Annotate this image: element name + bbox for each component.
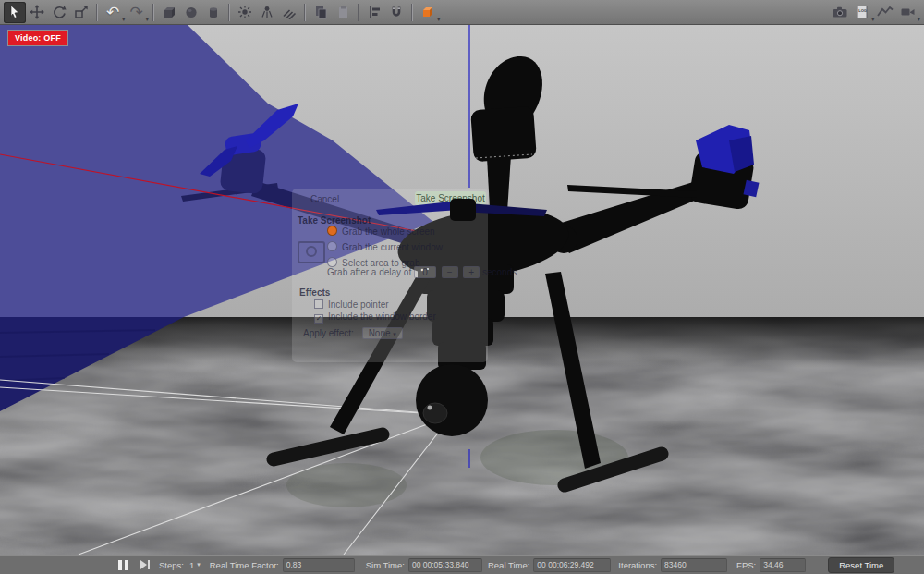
- align-button[interactable]: [363, 2, 385, 23]
- log-file-text: LOG: [858, 8, 867, 13]
- delay-minus-button[interactable]: −: [442, 266, 458, 278]
- apply-effect-row: Apply effect: None ▾: [303, 327, 403, 339]
- take-screenshot-button[interactable]: Take Screenshot: [415, 191, 486, 205]
- fps-label: FPS:: [736, 560, 756, 570]
- top-motor-pod: [470, 106, 537, 163]
- delay-label: Grab after a delay of: [327, 267, 411, 277]
- snap-button[interactable]: [385, 2, 407, 23]
- copy-button[interactable]: [310, 2, 332, 23]
- radio-label: Grab the current window: [342, 242, 443, 252]
- delay-row: Grab after a delay of 0 − + seconds: [327, 266, 517, 278]
- undo-icon: ↶: [106, 5, 119, 20]
- steps-value[interactable]: 1: [189, 560, 194, 570]
- simulation-statusbar: Steps: 1 ▾ Real Time Factor: 0.83 Sim Ti…: [0, 555, 924, 574]
- step-icon-bar: [148, 560, 150, 569]
- sphere-icon: [184, 5, 199, 19]
- main-toolbar: ↶ ▾ ↷ ▾: [0, 0, 924, 25]
- sim-time-label: Sim Time:: [366, 560, 405, 570]
- cube-icon: [162, 5, 176, 19]
- move-arrows-icon: [30, 5, 44, 19]
- fps-value: 34.46: [760, 558, 806, 572]
- sim-time-value: 00 00:05:33.840: [408, 558, 482, 572]
- apply-effect-dropdown[interactable]: None ▾: [362, 327, 403, 339]
- translate-tool-button[interactable]: [26, 2, 48, 23]
- insert-cylinder-button[interactable]: [202, 2, 225, 23]
- dialog-section-title: Take Screenshot: [298, 215, 371, 226]
- video-status-badge: Video: OFF: [7, 30, 68, 46]
- iterations-value: 83460: [661, 558, 727, 572]
- rtf-label: Real Time Factor:: [210, 560, 279, 570]
- redo-button[interactable]: ↷: [126, 2, 148, 23]
- toolbar-separator: [411, 4, 413, 21]
- view-angle-button[interactable]: [417, 2, 439, 23]
- video-camera-icon: [900, 5, 916, 19]
- toolbar-separator: [304, 4, 306, 21]
- dropdown-caret-icon: ▾: [393, 331, 396, 337]
- copy-icon: [313, 5, 328, 19]
- reset-time-button[interactable]: Reset Time: [828, 557, 894, 573]
- apply-effect-label: Apply effect:: [303, 328, 354, 338]
- checkbox-label: Include pointer: [328, 299, 389, 310]
- dialog-camera-icon: [298, 241, 325, 263]
- spot-light-button[interactable]: [256, 2, 278, 23]
- ghost-screenshot-dialog: Cancel Take Screenshot Take Screenshot G…: [292, 189, 488, 362]
- radio-selected-icon: [327, 226, 337, 236]
- real-time-value: 00 00:06:29.492: [533, 558, 611, 572]
- undo-caret-icon[interactable]: ▾: [122, 15, 126, 24]
- directional-light-button[interactable]: [278, 2, 300, 23]
- select-cursor-icon: [7, 5, 22, 19]
- cylinder-icon: [206, 5, 221, 19]
- radio-label: Grab the whole screen: [342, 226, 435, 237]
- select-tool-button[interactable]: [4, 2, 26, 23]
- radio-current-window[interactable]: Grab the current window: [327, 241, 443, 252]
- checkbox-icon: [314, 299, 323, 309]
- pause-bar: [125, 560, 128, 570]
- plot-zigzag-icon: [877, 5, 894, 19]
- video-caret-icon[interactable]: ▾: [917, 15, 920, 24]
- insert-box-button[interactable]: [158, 2, 180, 23]
- view-angle-caret-icon[interactable]: ▾: [437, 15, 441, 24]
- redo-caret-icon[interactable]: ▾: [146, 15, 150, 24]
- steps-caret-icon[interactable]: ▾: [197, 561, 201, 568]
- step-button[interactable]: [140, 560, 150, 569]
- screenshot-button[interactable]: [829, 2, 851, 23]
- insert-sphere-button[interactable]: [180, 2, 202, 23]
- checkbox-checked-icon: ✓: [314, 314, 323, 324]
- toolbar-separator: [228, 4, 230, 21]
- cancel-button[interactable]: Cancel: [310, 194, 339, 204]
- dropdown-value: None: [369, 328, 391, 338]
- toolbar-separator: [96, 4, 98, 21]
- sun-icon: [237, 5, 252, 19]
- log-file-icon: LOG: [855, 5, 869, 19]
- real-time-label: Real Time:: [488, 560, 529, 570]
- magnet-icon: [389, 5, 404, 19]
- log-record-button[interactable]: LOG: [851, 2, 873, 23]
- include-pointer-checkbox[interactable]: Include pointer: [314, 299, 389, 310]
- steps-label: Steps:: [159, 560, 184, 570]
- paste-button[interactable]: [332, 2, 354, 23]
- include-border-checkbox[interactable]: ✓Include the window border: [314, 311, 436, 324]
- scale-icon: [74, 5, 89, 19]
- video-record-button[interactable]: [896, 2, 918, 23]
- gimbal-camera-ball: [416, 364, 488, 436]
- seconds-label: seconds: [482, 267, 517, 277]
- radio-whole-screen[interactable]: Grab the whole screen: [327, 226, 435, 237]
- iterations-label: Iterations:: [618, 560, 657, 570]
- pause-button[interactable]: [118, 560, 128, 570]
- scale-tool-button[interactable]: [70, 2, 92, 23]
- point-light-button[interactable]: [234, 2, 256, 23]
- delay-value-field[interactable]: 0: [414, 266, 436, 278]
- orange-cube-icon: [420, 5, 435, 19]
- align-icon: [367, 5, 382, 19]
- undo-button[interactable]: ↶: [102, 2, 124, 23]
- paste-icon: [335, 5, 350, 19]
- delay-plus-button[interactable]: +: [463, 266, 480, 278]
- rotate-icon: [52, 5, 67, 19]
- step-icon: [140, 560, 147, 569]
- pause-bar: [118, 560, 122, 570]
- rotate-tool-button[interactable]: [48, 2, 70, 23]
- directional-light-icon: [282, 5, 297, 19]
- plot-button[interactable]: [874, 2, 896, 23]
- effects-section-title: Effects: [299, 287, 330, 298]
- camera-icon: [832, 5, 848, 19]
